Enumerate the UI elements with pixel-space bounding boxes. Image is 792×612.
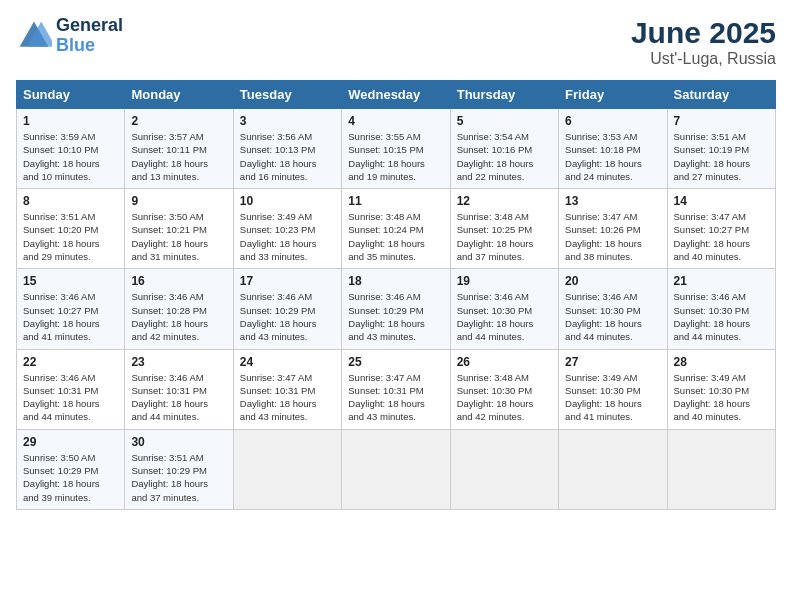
day-info: Sunrise: 3:47 AM Sunset: 10:26 PM Daylig… [565, 210, 660, 263]
day-number: 18 [348, 274, 443, 288]
calendar-cell [450, 429, 558, 509]
day-info: Sunrise: 3:46 AM Sunset: 10:29 PM Daylig… [240, 290, 335, 343]
calendar-cell: 17Sunrise: 3:46 AM Sunset: 10:29 PM Dayl… [233, 269, 341, 349]
calendar-cell: 23Sunrise: 3:46 AM Sunset: 10:31 PM Dayl… [125, 349, 233, 429]
calendar-cell: 22Sunrise: 3:46 AM Sunset: 10:31 PM Dayl… [17, 349, 125, 429]
weekday-header: Tuesday [233, 81, 341, 109]
day-number: 9 [131, 194, 226, 208]
day-info: Sunrise: 3:49 AM Sunset: 10:23 PM Daylig… [240, 210, 335, 263]
calendar-cell: 20Sunrise: 3:46 AM Sunset: 10:30 PM Dayl… [559, 269, 667, 349]
calendar-cell: 4Sunrise: 3:55 AM Sunset: 10:15 PM Dayli… [342, 109, 450, 189]
calendar-cell: 24Sunrise: 3:47 AM Sunset: 10:31 PM Dayl… [233, 349, 341, 429]
day-number: 2 [131, 114, 226, 128]
day-info: Sunrise: 3:46 AM Sunset: 10:30 PM Daylig… [674, 290, 769, 343]
calendar-cell: 27Sunrise: 3:49 AM Sunset: 10:30 PM Dayl… [559, 349, 667, 429]
day-info: Sunrise: 3:46 AM Sunset: 10:30 PM Daylig… [457, 290, 552, 343]
day-number: 3 [240, 114, 335, 128]
day-number: 12 [457, 194, 552, 208]
calendar-cell: 2Sunrise: 3:57 AM Sunset: 10:11 PM Dayli… [125, 109, 233, 189]
weekday-header: Wednesday [342, 81, 450, 109]
calendar-cell [667, 429, 775, 509]
day-info: Sunrise: 3:46 AM Sunset: 10:28 PM Daylig… [131, 290, 226, 343]
month-title: June 2025 [631, 16, 776, 50]
calendar-table: SundayMondayTuesdayWednesdayThursdayFrid… [16, 80, 776, 510]
calendar-cell: 19Sunrise: 3:46 AM Sunset: 10:30 PM Dayl… [450, 269, 558, 349]
day-number: 10 [240, 194, 335, 208]
day-info: Sunrise: 3:53 AM Sunset: 10:18 PM Daylig… [565, 130, 660, 183]
calendar-cell: 28Sunrise: 3:49 AM Sunset: 10:30 PM Dayl… [667, 349, 775, 429]
day-info: Sunrise: 3:46 AM Sunset: 10:27 PM Daylig… [23, 290, 118, 343]
calendar-cell: 6Sunrise: 3:53 AM Sunset: 10:18 PM Dayli… [559, 109, 667, 189]
day-info: Sunrise: 3:48 AM Sunset: 10:24 PM Daylig… [348, 210, 443, 263]
logo-icon [16, 18, 52, 54]
day-number: 29 [23, 435, 118, 449]
day-number: 15 [23, 274, 118, 288]
calendar-cell: 18Sunrise: 3:46 AM Sunset: 10:29 PM Dayl… [342, 269, 450, 349]
weekday-header: Saturday [667, 81, 775, 109]
day-info: Sunrise: 3:46 AM Sunset: 10:30 PM Daylig… [565, 290, 660, 343]
page-header: General Blue June 2025 Ust'-Luga, Russia [16, 16, 776, 68]
weekday-header: Friday [559, 81, 667, 109]
day-number: 26 [457, 355, 552, 369]
weekday-header: Monday [125, 81, 233, 109]
day-number: 30 [131, 435, 226, 449]
day-info: Sunrise: 3:48 AM Sunset: 10:25 PM Daylig… [457, 210, 552, 263]
calendar-cell: 12Sunrise: 3:48 AM Sunset: 10:25 PM Dayl… [450, 189, 558, 269]
calendar-cell: 1Sunrise: 3:59 AM Sunset: 10:10 PM Dayli… [17, 109, 125, 189]
day-number: 22 [23, 355, 118, 369]
calendar-cell: 9Sunrise: 3:50 AM Sunset: 10:21 PM Dayli… [125, 189, 233, 269]
day-number: 5 [457, 114, 552, 128]
day-number: 19 [457, 274, 552, 288]
day-info: Sunrise: 3:46 AM Sunset: 10:29 PM Daylig… [348, 290, 443, 343]
day-number: 25 [348, 355, 443, 369]
day-info: Sunrise: 3:50 AM Sunset: 10:29 PM Daylig… [23, 451, 118, 504]
day-info: Sunrise: 3:56 AM Sunset: 10:13 PM Daylig… [240, 130, 335, 183]
day-info: Sunrise: 3:47 AM Sunset: 10:27 PM Daylig… [674, 210, 769, 263]
calendar-cell: 29Sunrise: 3:50 AM Sunset: 10:29 PM Dayl… [17, 429, 125, 509]
day-info: Sunrise: 3:46 AM Sunset: 10:31 PM Daylig… [131, 371, 226, 424]
calendar-cell: 21Sunrise: 3:46 AM Sunset: 10:30 PM Dayl… [667, 269, 775, 349]
location-title: Ust'-Luga, Russia [631, 50, 776, 68]
calendar-cell: 25Sunrise: 3:47 AM Sunset: 10:31 PM Dayl… [342, 349, 450, 429]
day-info: Sunrise: 3:47 AM Sunset: 10:31 PM Daylig… [348, 371, 443, 424]
calendar-cell: 7Sunrise: 3:51 AM Sunset: 10:19 PM Dayli… [667, 109, 775, 189]
calendar-cell: 13Sunrise: 3:47 AM Sunset: 10:26 PM Dayl… [559, 189, 667, 269]
calendar-cell: 16Sunrise: 3:46 AM Sunset: 10:28 PM Dayl… [125, 269, 233, 349]
calendar-cell: 30Sunrise: 3:51 AM Sunset: 10:29 PM Dayl… [125, 429, 233, 509]
calendar-cell: 3Sunrise: 3:56 AM Sunset: 10:13 PM Dayli… [233, 109, 341, 189]
day-number: 23 [131, 355, 226, 369]
day-number: 8 [23, 194, 118, 208]
weekday-header: Sunday [17, 81, 125, 109]
day-info: Sunrise: 3:57 AM Sunset: 10:11 PM Daylig… [131, 130, 226, 183]
day-info: Sunrise: 3:55 AM Sunset: 10:15 PM Daylig… [348, 130, 443, 183]
calendar-cell: 5Sunrise: 3:54 AM Sunset: 10:16 PM Dayli… [450, 109, 558, 189]
calendar-cell: 14Sunrise: 3:47 AM Sunset: 10:27 PM Dayl… [667, 189, 775, 269]
day-number: 27 [565, 355, 660, 369]
day-info: Sunrise: 3:46 AM Sunset: 10:31 PM Daylig… [23, 371, 118, 424]
calendar-cell: 10Sunrise: 3:49 AM Sunset: 10:23 PM Dayl… [233, 189, 341, 269]
day-info: Sunrise: 3:50 AM Sunset: 10:21 PM Daylig… [131, 210, 226, 263]
day-info: Sunrise: 3:54 AM Sunset: 10:16 PM Daylig… [457, 130, 552, 183]
day-number: 17 [240, 274, 335, 288]
day-number: 28 [674, 355, 769, 369]
calendar-cell [342, 429, 450, 509]
day-number: 24 [240, 355, 335, 369]
calendar-cell: 11Sunrise: 3:48 AM Sunset: 10:24 PM Dayl… [342, 189, 450, 269]
calendar-cell [559, 429, 667, 509]
day-info: Sunrise: 3:49 AM Sunset: 10:30 PM Daylig… [674, 371, 769, 424]
day-number: 7 [674, 114, 769, 128]
day-info: Sunrise: 3:51 AM Sunset: 10:29 PM Daylig… [131, 451, 226, 504]
day-info: Sunrise: 3:47 AM Sunset: 10:31 PM Daylig… [240, 371, 335, 424]
day-info: Sunrise: 3:49 AM Sunset: 10:30 PM Daylig… [565, 371, 660, 424]
logo-text: General Blue [56, 16, 123, 56]
weekday-header: Thursday [450, 81, 558, 109]
day-number: 6 [565, 114, 660, 128]
day-number: 20 [565, 274, 660, 288]
title-block: June 2025 Ust'-Luga, Russia [631, 16, 776, 68]
day-number: 21 [674, 274, 769, 288]
day-number: 4 [348, 114, 443, 128]
day-number: 16 [131, 274, 226, 288]
day-info: Sunrise: 3:59 AM Sunset: 10:10 PM Daylig… [23, 130, 118, 183]
calendar-cell: 15Sunrise: 3:46 AM Sunset: 10:27 PM Dayl… [17, 269, 125, 349]
day-number: 11 [348, 194, 443, 208]
